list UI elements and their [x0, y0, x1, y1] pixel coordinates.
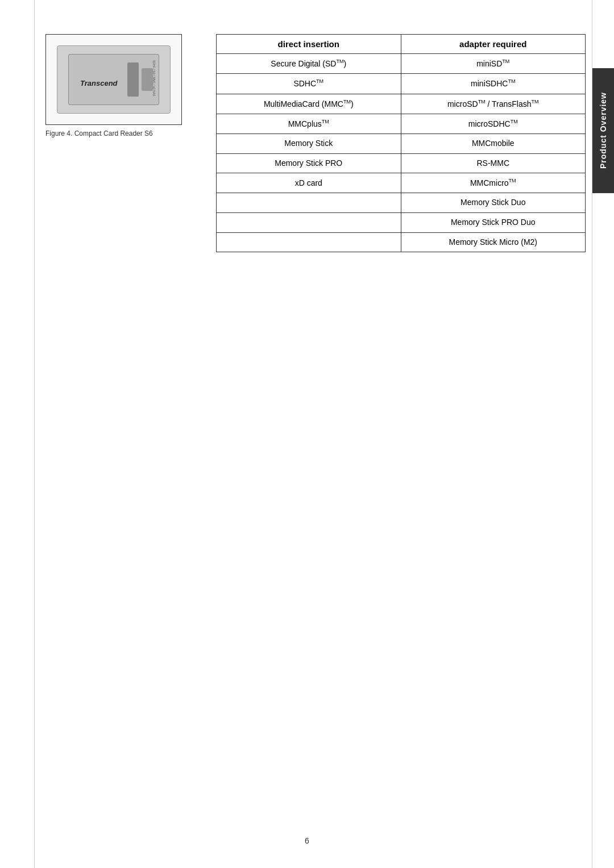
direct-cell: xD card: [217, 173, 401, 193]
direct-cell: Memory Stick PRO: [217, 153, 401, 173]
adapter-cell: Memory Stick Duo: [401, 193, 586, 213]
adapter-cell: MMCmicroTM: [401, 173, 586, 193]
table-row: Memory Stick PRO Duo: [217, 213, 586, 233]
col-header-adapter: adapter required: [401, 35, 586, 54]
direct-cell: SDHCTM: [217, 74, 401, 94]
adapter-cell: MMCmobile: [401, 134, 586, 154]
page: Product Overview Transcend SDHC / SD / M…: [0, 0, 614, 868]
slot-1: [127, 62, 139, 97]
direct-cell: [217, 232, 401, 252]
adapter-cell: miniSDHCTM: [401, 74, 586, 94]
left-margin-line: [34, 0, 35, 868]
adapter-cell: Memory Stick Micro (M2): [401, 232, 586, 252]
direct-cell: MMCplusTM: [217, 114, 401, 133]
brand-label: Transcend: [80, 79, 118, 87]
table-row: Secure Digital (SDTM) miniSDTM: [217, 54, 586, 74]
adapter-cell: microSDHCTM: [401, 114, 586, 133]
left-section: Transcend SDHC / SD / MMC / xD NAS Figur…: [45, 34, 193, 252]
table-row: Memory Stick MMCmobile: [217, 134, 586, 154]
page-number: 6: [305, 836, 309, 845]
card-reader-illustration: Transcend SDHC / SD / MMC / xD NAS: [57, 45, 171, 114]
side-text: SDHC / SD / MMC / xD NAS: [152, 60, 156, 96]
direct-cell: [217, 193, 401, 213]
table-row: Memory Stick Micro (M2): [217, 232, 586, 252]
table-row: Memory Stick PRO RS-MMC: [217, 153, 586, 173]
product-overview-tab: Product Overview: [592, 68, 614, 193]
slot-2: [142, 68, 153, 91]
direct-cell: [217, 213, 401, 233]
table-row: Memory Stick Duo: [217, 193, 586, 213]
table-row: SDHCTM miniSDHCTM: [217, 74, 586, 94]
adapter-cell: RS-MMC: [401, 153, 586, 173]
device-image-box: Transcend SDHC / SD / MMC / xD NAS: [45, 34, 182, 125]
direct-cell: MultiMediaCard (MMCTM): [217, 94, 401, 114]
content-area: Transcend SDHC / SD / MMC / xD NAS Figur…: [45, 34, 586, 252]
direct-cell: Memory Stick: [217, 134, 401, 154]
table-row: MMCplusTM microSDHCTM: [217, 114, 586, 133]
direct-cell: Secure Digital (SDTM): [217, 54, 401, 74]
col-header-direct: direct insertion: [217, 35, 401, 54]
adapter-cell: microSDTM / TransFlashTM: [401, 94, 586, 114]
table-row: MultiMediaCard (MMCTM) microSDTM / Trans…: [217, 94, 586, 114]
right-section: direct insertion adapter required Secure…: [216, 34, 586, 252]
tab-label: Product Overview: [599, 92, 608, 169]
adapter-cell: miniSDTM: [401, 54, 586, 74]
table-row: xD card MMCmicroTM: [217, 173, 586, 193]
adapter-cell: Memory Stick PRO Duo: [401, 213, 586, 233]
compatibility-table: direct insertion adapter required Secure…: [216, 34, 586, 252]
figure-caption: Figure 4. Compact Card Reader S6: [45, 130, 193, 137]
